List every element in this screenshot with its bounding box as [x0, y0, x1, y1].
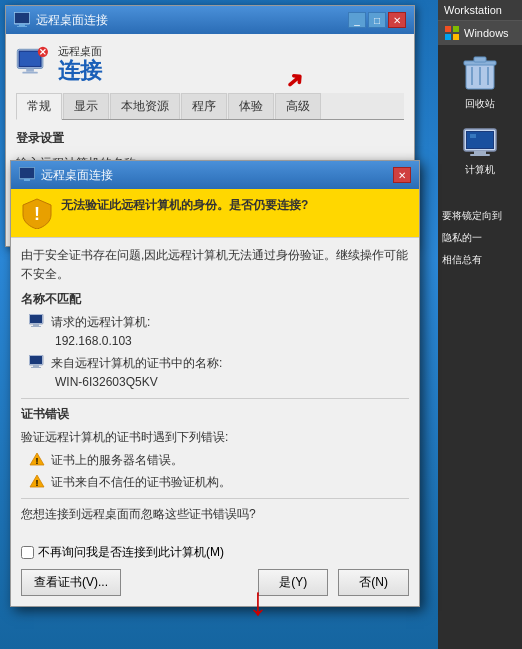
tab-display[interactable]: 显示: [63, 93, 109, 119]
svg-rect-19: [17, 26, 27, 27]
dont-ask-checkbox[interactable]: [21, 546, 34, 559]
svg-rect-40: [30, 356, 42, 364]
yes-button[interactable]: 是(Y): [258, 569, 328, 596]
rdp-titlebar: 远程桌面连接 _ □ ✕: [6, 6, 414, 34]
cert-name-value: WIN-6I32603Q5KV: [51, 375, 158, 389]
svg-rect-36: [30, 315, 42, 323]
requested-computer-value: 192.168.0.103: [51, 334, 132, 348]
cert-error-2-text: 证书来自不信任的证书验证机构。: [51, 473, 231, 492]
svg-rect-0: [445, 26, 451, 32]
svg-rect-13: [470, 154, 490, 156]
tab-programs[interactable]: 程序: [181, 93, 227, 119]
warning-triangle-icon-2: !: [29, 474, 45, 490]
close-button[interactable]: ✕: [388, 12, 406, 28]
recycle-bin-icon: [462, 53, 498, 93]
name-mismatch-section: 名称不匹配 请求的远程计算机: 192.168.0.103: [21, 290, 409, 392]
cert-error-section: 证书错误 验证远程计算机的证书时遇到下列错误: ! 证书上的服务器名错误。 !: [21, 405, 409, 492]
rdp-tabs: 常规 显示 本地资源 程序 体验 高级: [16, 93, 404, 120]
computer-list-icon: [29, 314, 45, 330]
rdp-subtitle: 远程桌面: [58, 44, 102, 59]
windows-icon: [444, 25, 460, 41]
svg-rect-12: [474, 151, 486, 154]
warning-dialog: 远程桌面连接 ✕ ! 无法验证此远程计算机的身份。是否仍要连接? 由于安全证书存…: [10, 160, 420, 607]
recycle-bin-icon-item[interactable]: 回收站: [445, 45, 515, 119]
warning-titlebar: 远程桌面连接 ✕: [11, 161, 419, 189]
warning-title-icon: [19, 167, 35, 183]
warning-divider-1: [21, 398, 409, 399]
recycle-bin-label: 回收站: [465, 97, 495, 111]
rdp-header: 远程桌面 连接: [16, 44, 404, 83]
warning-body: 由于安全证书存在问题,因此远程计算机无法通过身份验证。继续操作可能不安全。 名称…: [11, 238, 419, 538]
svg-rect-33: [24, 179, 30, 181]
svg-rect-2: [445, 34, 451, 40]
rdp-title-text: 远程桌面连接: [36, 12, 342, 29]
rdp-window-controls: _ □ ✕: [348, 12, 406, 28]
name-mismatch-title: 名称不匹配: [21, 290, 409, 309]
cert-error-intro: 验证远程计算机的证书时遇到下列错误:: [21, 428, 409, 447]
requested-computer-label: 请求的远程计算机:: [51, 315, 150, 329]
svg-rect-32: [20, 168, 34, 178]
svg-rect-1: [453, 26, 459, 32]
cert-error-1-text: 证书上的服务器名错误。: [51, 451, 183, 470]
windows-button[interactable]: Windows: [438, 21, 522, 45]
requested-computer-row: 请求的远程计算机: 192.168.0.103: [51, 313, 150, 351]
warning-body-intro: 由于安全证书存在问题,因此远程计算机无法通过身份验证。继续操作可能不安全。: [21, 246, 409, 284]
warning-divider-2: [21, 498, 409, 499]
svg-rect-17: [15, 13, 29, 23]
svg-rect-24: [22, 71, 37, 73]
warning-header-text: 无法验证此远程计算机的身份。是否仍要连接?: [61, 197, 308, 214]
shield-warning-icon: !: [21, 197, 53, 229]
warning-header-message: 无法验证此远程计算机的身份。是否仍要连接?: [61, 198, 308, 212]
warning-title-text: 远程桌面连接: [41, 167, 387, 184]
tab-local-resources[interactable]: 本地资源: [110, 93, 180, 119]
svg-text:!: !: [34, 204, 40, 224]
warning-triangle-icon-1: !: [29, 452, 45, 468]
warning-question: 您想连接到远程桌面而忽略这些证书错误吗?: [21, 505, 409, 524]
svg-rect-22: [20, 51, 40, 65]
cert-error-2-item: ! 证书来自不信任的证书验证机构。: [21, 473, 409, 492]
rdp-header-icon: [16, 50, 48, 78]
login-section-title: 登录设置: [16, 130, 404, 147]
windows-label: Windows: [464, 27, 509, 39]
cert-error-title: 证书错误: [21, 405, 409, 424]
cert-name-row: 来自远程计算机的证书中的名称: WIN-6I32603Q5KV: [51, 354, 222, 392]
red-arrow-yes: ↓: [248, 581, 268, 621]
svg-text:!: !: [36, 455, 39, 465]
svg-rect-6: [474, 57, 486, 62]
minimize-button[interactable]: _: [348, 12, 366, 28]
svg-rect-23: [26, 68, 34, 71]
sidebar-text-1: 要将镜定向到: [438, 205, 522, 227]
svg-rect-41: [33, 365, 39, 367]
dont-ask-label: 不再询问我是否连接到此计算机(M): [38, 544, 224, 561]
cert-error-1-item: ! 证书上的服务器名错误。: [21, 451, 409, 470]
svg-rect-42: [31, 367, 41, 368]
workstation-sidebar: Workstation Windows 回收站: [438, 0, 522, 649]
yes-no-buttons: 是(Y) 否(N): [258, 569, 409, 596]
svg-rect-18: [19, 24, 25, 26]
svg-rect-37: [33, 324, 39, 326]
tab-advanced[interactable]: 高级: [275, 93, 321, 119]
svg-rect-38: [31, 326, 41, 327]
warning-close-button[interactable]: ✕: [393, 167, 411, 183]
maximize-button[interactable]: □: [368, 12, 386, 28]
tab-general[interactable]: 常规: [16, 93, 62, 120]
sidebar-text-3: 相信总有: [438, 249, 522, 271]
svg-rect-15: [470, 134, 476, 138]
warning-header-area: ! 无法验证此远程计算机的身份。是否仍要连接?: [11, 189, 419, 238]
computer-icon: [462, 127, 498, 159]
rdp-title-icon: [14, 12, 30, 28]
workstation-title: Workstation: [438, 0, 522, 21]
computer-icon-item[interactable]: 计算机: [445, 119, 515, 185]
requested-computer-item: 请求的远程计算机: 192.168.0.103: [21, 313, 409, 351]
no-button[interactable]: 否(N): [338, 569, 409, 596]
sidebar-text-2: 隐私的一: [438, 227, 522, 249]
svg-text:!: !: [36, 477, 39, 487]
warning-button-row: 查看证书(V)... 是(Y) 否(N): [21, 569, 409, 596]
cert-name-item: 来自远程计算机的证书中的名称: WIN-6I32603Q5KV: [21, 354, 409, 392]
computer-label: 计算机: [465, 163, 495, 177]
rdp-header-text-block: 远程桌面 连接: [58, 44, 102, 83]
view-cert-button[interactable]: 查看证书(V)...: [21, 569, 121, 596]
warning-footer: 不再询问我是否连接到此计算机(M) 查看证书(V)... 是(Y) 否(N): [11, 538, 419, 606]
cert-list-icon: [29, 355, 45, 371]
tab-experience[interactable]: 体验: [228, 93, 274, 119]
